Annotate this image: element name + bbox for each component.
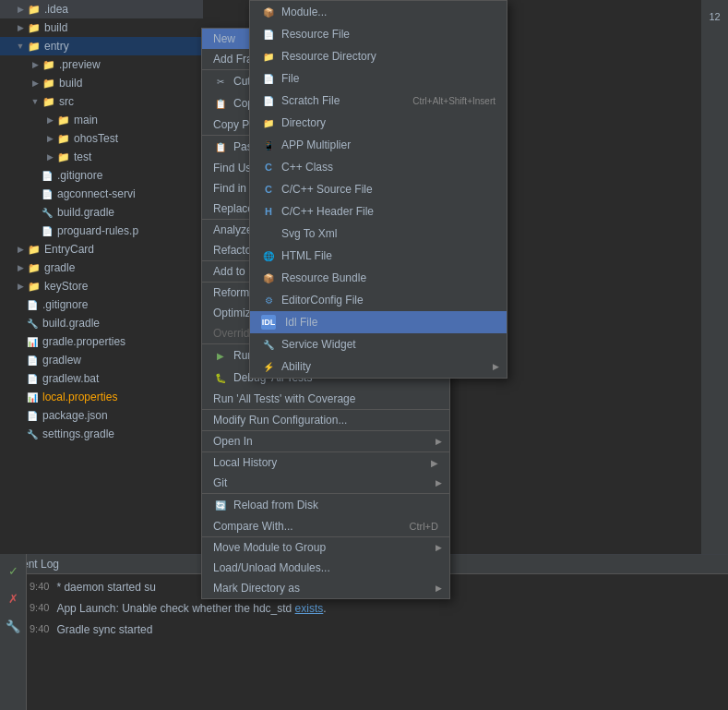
- tree-item-build-entry[interactable]: 📁 build: [0, 74, 203, 92]
- file-icon-gradlew: 📄: [26, 354, 39, 367]
- submenu-item-ability[interactable]: ⚡ Ability ▶: [250, 355, 507, 378]
- menu-item-load-unload[interactable]: Load/Unload Modules...: [202, 558, 449, 578]
- tree-label-main: main: [74, 114, 98, 126]
- file-icon-settings-gradle: 🔧: [26, 427, 39, 440]
- tree-item-gradle[interactable]: 📁 gradle: [0, 259, 203, 277]
- file-icon-package-json: 📄: [26, 409, 39, 422]
- submenu-item-cpp-header[interactable]: H C/C++ Header File: [250, 200, 507, 223]
- resource-file-icon: 📄: [261, 27, 276, 42]
- toolbar-wrench-icon[interactable]: 🔧: [2, 615, 24, 637]
- arrow-src: [30, 96, 41, 107]
- tree-item-gitignore-root[interactable]: 📄 .gitignore: [0, 295, 203, 314]
- tree-item-gitignore[interactable]: 📄 .gitignore: [0, 166, 203, 185]
- tree-item-ohostest[interactable]: 📁 ohosTest: [0, 129, 203, 148]
- debug-icon: 🐛: [213, 370, 228, 385]
- submenu-item-cpp-class[interactable]: C C++ Class: [250, 156, 507, 178]
- tree-label-gradle: gradle: [44, 261, 75, 274]
- menu-label-load-unload: Load/Unload Modules...: [213, 561, 438, 574]
- tree-item-proguard[interactable]: 📄 proguard-rules.p: [0, 222, 203, 240]
- submenu-item-html[interactable]: 🌐 HTML File: [250, 245, 507, 267]
- tree-item-entry[interactable]: 📁 entry: [0, 37, 203, 55]
- submenu-item-scratch[interactable]: 📄 Scratch File Ctrl+Alt+Shift+Insert: [250, 90, 507, 112]
- submenu-label-resource-file: Resource File: [281, 28, 495, 41]
- local-history-arrow: ▶: [431, 458, 438, 468]
- tree-label-entrycard: EntryCard: [44, 243, 94, 256]
- paste-icon: 📋: [213, 139, 228, 154]
- reload-icon: 🔄: [213, 498, 228, 512]
- tree-label-settings-gradle: settings.gradle: [42, 427, 114, 440]
- tree-item-local-props[interactable]: 📊 local.properties: [0, 388, 203, 406]
- html-icon: 🌐: [261, 248, 276, 263]
- arrow-main: [44, 114, 55, 126]
- submenu-item-module[interactable]: 📦 Module...: [250, 1, 507, 23]
- menu-item-local-history[interactable]: Local History ▶: [202, 452, 449, 473]
- submenu-item-idl[interactable]: IDL Idl File: [250, 311, 507, 333]
- menu-label-modify-run: Modify Run Configuration...: [213, 414, 438, 427]
- submenu-item-svg-xml[interactable]: Svg To Xml: [250, 223, 507, 245]
- tree-item-gradlew-bat[interactable]: 📄 gradlew.bat: [0, 369, 203, 388]
- arrow-entrycard: [15, 244, 26, 255]
- folder-icon-idea: 📁: [28, 3, 41, 16]
- arrow-build-entry: [30, 78, 41, 89]
- toolbar-error-icon[interactable]: ✗: [2, 587, 24, 609]
- tree-item-build-gradle-root[interactable]: 🔧 build.gradle: [0, 314, 203, 332]
- menu-item-open-in[interactable]: Open In: [202, 431, 449, 452]
- arrow-idea: [15, 4, 26, 15]
- submenu-item-app-multiplier[interactable]: 📱 APP Multiplier: [250, 134, 507, 156]
- tree-item-package-json[interactable]: 📄 package.json: [0, 406, 203, 425]
- arrow-preview: [30, 59, 41, 70]
- tree-item-build[interactable]: 📁 build: [0, 18, 203, 37]
- tree-item-idea[interactable]: 📁 .idea: [0, 0, 203, 18]
- tree-item-gradlew[interactable]: 📄 gradlew: [0, 351, 203, 369]
- submenu-item-service-widget[interactable]: 🔧 Service Widget: [250, 333, 507, 355]
- tree-item-build-gradle[interactable]: 🔧 build.gradle: [0, 203, 203, 222]
- tree-item-settings-gradle[interactable]: 🔧 settings.gradle: [0, 425, 203, 443]
- submenu-item-cpp-source[interactable]: C C/C++ Source File: [250, 178, 507, 200]
- tree-item-preview[interactable]: 📁 .preview: [0, 55, 203, 74]
- submenu-item-resource-file[interactable]: 📄 Resource File: [250, 23, 507, 45]
- tree-item-keystore[interactable]: 📁 keyStore: [0, 277, 203, 295]
- menu-item-modify-run[interactable]: Modify Run Configuration...: [202, 410, 449, 431]
- submenu-label-cpp-class: C++ Class: [281, 161, 495, 174]
- menu-item-compare-with[interactable]: Compare With... Ctrl+D: [202, 516, 449, 537]
- toolbar-check-icon[interactable]: ✓: [2, 560, 24, 582]
- menu-label-local-history: Local History: [213, 456, 427, 469]
- tree-item-gradle-props[interactable]: 📊 gradle.properties: [0, 332, 203, 351]
- link-exists[interactable]: exists: [295, 602, 324, 615]
- tree-item-agconnect[interactable]: 📄 agconnect-servi: [0, 185, 203, 203]
- submenu-item-resource-bundle[interactable]: 📦 Resource Bundle: [250, 267, 507, 289]
- menu-label-mark-dir: Mark Directory as: [213, 582, 438, 595]
- submenu-label-html: HTML File: [281, 249, 495, 262]
- tree-label-proguard: proguard-rules.p: [57, 224, 138, 237]
- arrow-ohostest: [44, 133, 55, 144]
- idl-icon: IDL: [261, 315, 276, 330]
- folder-icon-test: 📁: [57, 150, 70, 163]
- app-multiplier-icon: 📱: [261, 138, 276, 152]
- submenu-label-directory: Directory: [281, 116, 495, 129]
- submenu-label-resource-dir: Resource Directory: [281, 50, 495, 63]
- menu-item-move-module[interactable]: Move Module to Group: [202, 537, 449, 558]
- tree-item-entrycard[interactable]: 📁 EntryCard: [0, 240, 203, 259]
- tree-label-local-props: local.properties: [42, 391, 117, 403]
- file-icon-gradle-props: 📊: [26, 335, 39, 348]
- submenu-item-directory[interactable]: 📁 Directory: [250, 112, 507, 134]
- submenu-item-resource-dir[interactable]: 📁 Resource Directory: [250, 45, 507, 67]
- tree-item-src[interactable]: 📁 src: [0, 92, 203, 111]
- tree-item-main[interactable]: 📁 main: [0, 111, 203, 129]
- submenu-label-editorconfig: EditorConfig File: [281, 294, 495, 307]
- folder-icon-src: 📁: [42, 95, 55, 108]
- submenu-item-editorconfig[interactable]: ⚙ EditorConfig File: [250, 289, 507, 311]
- toolbar-icon-1[interactable]: 12: [704, 6, 726, 28]
- svg-xml-icon: [261, 226, 276, 241]
- menu-item-reload-disk[interactable]: 🔄 Reload from Disk: [202, 494, 449, 516]
- menu-item-run-coverage[interactable]: Run 'All Tests' with Coverage: [202, 389, 449, 410]
- cpp-source-icon: C: [261, 182, 276, 197]
- submenu-item-file[interactable]: 📄 File: [250, 67, 507, 90]
- menu-item-mark-dir[interactable]: Mark Directory as: [202, 578, 449, 598]
- log-text-launch: App Launch: Unable check whether the hdc…: [56, 602, 326, 615]
- submenu-label-cpp-header: C/C++ Header File: [281, 205, 495, 218]
- menu-item-git[interactable]: Git: [202, 473, 449, 494]
- file-icon-agconnect: 📄: [41, 187, 54, 200]
- tree-item-test[interactable]: 📁 test: [0, 148, 203, 166]
- arrow-test: [44, 151, 55, 162]
